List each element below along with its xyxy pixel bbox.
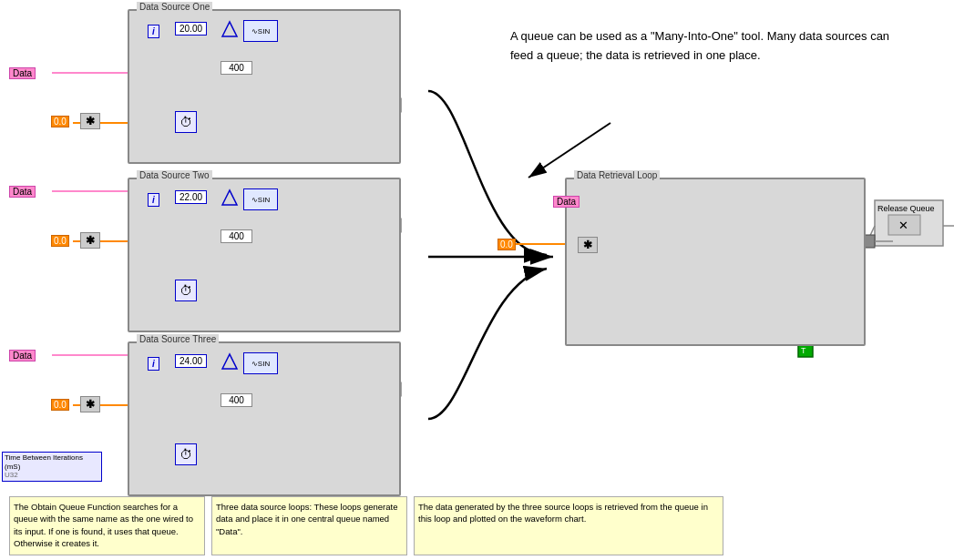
ds1-sin: ∿SIN bbox=[243, 20, 278, 42]
ds2-counter-value[interactable]: 400 bbox=[221, 229, 252, 243]
svg-marker-67 bbox=[222, 354, 237, 369]
ds1-iterator: i bbox=[148, 25, 159, 38]
ds3-sin: ∿SIN bbox=[243, 352, 278, 374]
time-type-label: U32 bbox=[5, 471, 18, 479]
ds3-counter-value[interactable]: 400 bbox=[221, 393, 252, 407]
data-source-two-box: Data Source Two i 22.00 ∿SIN 400 ⏱ bbox=[128, 178, 401, 332]
ds1-numeric[interactable]: 20.00 bbox=[175, 22, 207, 36]
ds1-sin-label: ∿SIN bbox=[251, 27, 270, 36]
svg-text:Release Queue: Release Queue bbox=[877, 204, 935, 213]
annotation-text: A queue can be used as a "Many-Into-One"… bbox=[510, 27, 902, 66]
ds2-iter-box: i bbox=[148, 193, 159, 207]
ds3-data-label: Data bbox=[9, 350, 36, 361]
time-between-label: Time Between Iterations (mS) U32 bbox=[2, 452, 102, 482]
ds3-clock: ⏱ bbox=[175, 443, 197, 465]
ds3-numeric[interactable]: 24.00 bbox=[175, 354, 207, 368]
ds1-mult: ✱ bbox=[80, 113, 100, 129]
ds2-data-label: Data bbox=[9, 186, 36, 198]
svg-line-3 bbox=[528, 123, 610, 178]
ds1-data-label: Data bbox=[9, 67, 36, 79]
svg-line-61 bbox=[867, 226, 875, 241]
retrieval-zero-label: 0.0 bbox=[498, 239, 516, 250]
ds3-counter[interactable]: 400 bbox=[221, 393, 252, 407]
ds3-iterator: i bbox=[148, 357, 159, 371]
svg-rect-57 bbox=[875, 200, 943, 246]
retrieval-mult: ✱ bbox=[578, 237, 598, 253]
ds1-clock: ⏱ bbox=[175, 111, 197, 133]
ds3-clock-icon: ⏱ bbox=[180, 447, 192, 462]
data-retrieval-box: Data Retrieval Loop bbox=[565, 178, 866, 346]
footnote-middle-text: Three data source loops: These loops gen… bbox=[216, 502, 397, 536]
ds2-numeric-value[interactable]: 22.00 bbox=[175, 190, 207, 204]
ds2-numeric[interactable]: 22.00 bbox=[175, 190, 207, 204]
ds1-numeric-value[interactable]: 20.00 bbox=[175, 22, 207, 36]
ds1-ramp bbox=[221, 20, 239, 40]
ds2-clock-icon: ⏱ bbox=[180, 283, 192, 298]
data-source-three-box: Data Source Three i 24.00 ∿SIN 400 ⏱ bbox=[128, 341, 401, 496]
svg-marker-65 bbox=[222, 22, 237, 36]
ds3-ramp bbox=[221, 352, 239, 372]
ds1-counter-value[interactable]: 400 bbox=[221, 61, 252, 75]
ds2-title: Data Source Two bbox=[137, 170, 212, 180]
ds2-zero-label: 0.0 bbox=[51, 235, 69, 247]
ds2-counter[interactable]: 400 bbox=[221, 229, 252, 243]
ds3-iter-box: i bbox=[148, 357, 159, 371]
ds3-zero-label: 0.0 bbox=[51, 399, 69, 411]
ds2-clock: ⏱ bbox=[175, 280, 197, 301]
footnote-left-text: The Obtain Queue Function searches for a… bbox=[14, 502, 193, 548]
footnote-right-text: The data generated by the three source l… bbox=[418, 502, 708, 524]
data-source-one-box: Data Source One i 20.00 ∿SIN 400 ⏱ bbox=[128, 9, 401, 164]
footnote-left: The Obtain Queue Function searches for a… bbox=[9, 496, 205, 555]
ds1-zero-label: 0.0 bbox=[51, 116, 69, 127]
time-between-text: Time Between Iterations (mS) bbox=[5, 453, 83, 471]
main-container: ≡... ▷|□ ≡... ▷|□ ≡... ▷|□ ≡... ▷|□ Wave… bbox=[0, 0, 954, 560]
footnote-middle: Three data source loops: These loops gen… bbox=[211, 496, 407, 555]
ds3-numeric-value[interactable]: 24.00 bbox=[175, 354, 207, 368]
svg-rect-59 bbox=[888, 215, 920, 235]
retrieval-title: Data Retrieval Loop bbox=[574, 170, 660, 180]
svg-text:T: T bbox=[801, 346, 806, 355]
ds3-sin-label: ∿SIN bbox=[251, 360, 270, 368]
ds1-iter-box: i bbox=[148, 25, 159, 38]
svg-text:✕: ✕ bbox=[898, 219, 908, 232]
ds2-iterator: i bbox=[148, 193, 159, 207]
annotation-content: A queue can be used as a "Many-Into-One"… bbox=[510, 29, 889, 62]
ds1-counter[interactable]: 400 bbox=[221, 61, 252, 75]
ds3-mult: ✱ bbox=[80, 396, 100, 412]
ds2-ramp bbox=[221, 188, 239, 209]
ds2-mult: ✱ bbox=[80, 232, 100, 249]
ds1-title: Data Source One bbox=[137, 2, 212, 12]
retrieval-data-label: Data bbox=[553, 196, 580, 208]
ds2-sin: ∿SIN bbox=[243, 188, 278, 210]
ds2-sin-label: ∿SIN bbox=[251, 196, 270, 204]
svg-marker-66 bbox=[222, 190, 237, 205]
footnote-right: The data generated by the three source l… bbox=[414, 496, 723, 555]
ds1-clock-icon: ⏱ bbox=[180, 115, 192, 129]
ds3-title: Data Source Three bbox=[137, 334, 219, 344]
